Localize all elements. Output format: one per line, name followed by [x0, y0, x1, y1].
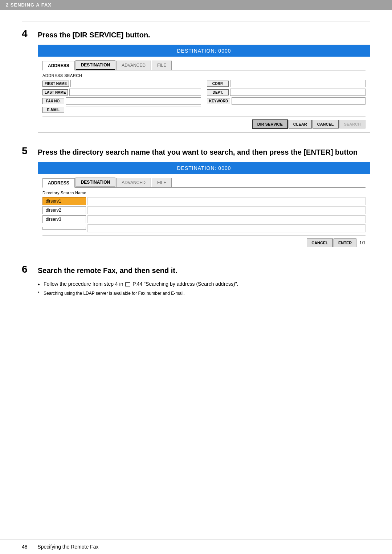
- dir-item-name-2[interactable]: dirserv2: [42, 206, 86, 214]
- book-icon-inline: [125, 282, 130, 286]
- step-5-section-label: Directory Search Name: [42, 191, 366, 195]
- step-4-right-fields: CORP. DEPT. KEYWORD: [207, 80, 366, 113]
- step-6-content: Follow the procedure from step 4 in P.44…: [38, 280, 370, 297]
- label-faxno: FAX NO.: [42, 98, 64, 104]
- step-5-panel-title: DESTINATION: 0000: [38, 162, 370, 174]
- step-5-header: 5 Press the directory search name that y…: [22, 146, 370, 157]
- step-6-title: Search the remote Fax, and then send it.: [38, 264, 177, 275]
- bullet-item-1: Follow the procedure from step 4 in P.44…: [38, 280, 370, 288]
- field-row-lastname: LAST NAME: [42, 89, 201, 96]
- dir-item-extra-3: [87, 215, 366, 223]
- field-row-corp: CORP.: [207, 80, 366, 87]
- step-5-title: Press the directory search name that you…: [38, 146, 358, 157]
- label-firstname: FIRST NAME: [42, 81, 69, 87]
- step-6-number: 6: [22, 264, 33, 274]
- pagination-5: 1/1: [359, 240, 366, 245]
- tab-file-4[interactable]: FILE: [152, 61, 172, 70]
- field-row-keyword: KEYWORD: [207, 97, 366, 105]
- step-5-tabs-row: ADDRESS DESTINATION ADVANCED FILE: [42, 178, 366, 188]
- dir-item-extra-1: [87, 197, 366, 205]
- field-row-firstname: FIRST NAME: [42, 80, 201, 87]
- content-area: 4 Press the [DIR SERVICE] button. DESTIN…: [0, 21, 392, 331]
- step-4-title: Press the [DIR SERVICE] button.: [38, 29, 150, 40]
- dir-item-2: dirserv2: [42, 206, 366, 214]
- step-6-header: 6 Search the remote Fax, and then send i…: [22, 264, 370, 275]
- field-row-dept: DEPT.: [207, 89, 366, 96]
- step-4-header: 4 Press the [DIR SERVICE] button.: [22, 29, 370, 40]
- step-4-button-row: DIR SERVICE CLEAR CANCEL SEARCH: [42, 116, 366, 129]
- step-5-block: 5 Press the directory search name that y…: [22, 146, 370, 251]
- header-bar: 2 SENDING A FAX: [0, 0, 392, 10]
- header-label: 2 SENDING A FAX: [6, 2, 52, 8]
- dir-item-1: dirserv1: [42, 197, 366, 205]
- step-5-button-row: CANCEL ENTER 1/1: [42, 235, 366, 247]
- step-5-dir-list: dirserv1 dirserv2 dirserv3: [42, 197, 366, 232]
- dir-item-extra-2: [87, 206, 366, 214]
- input-dept[interactable]: [230, 89, 366, 96]
- label-dept: DEPT.: [207, 89, 229, 95]
- step-4-panel: DESTINATION: 0000 ADDRESS DESTINATION AD…: [38, 45, 370, 133]
- dir-item-name-4[interactable]: [42, 227, 86, 230]
- label-lastname: LAST NAME: [42, 89, 68, 95]
- btn-search[interactable]: SEARCH: [339, 120, 366, 129]
- tab-destination-4[interactable]: DESTINATION: [75, 60, 115, 70]
- btn-cancel-4[interactable]: CANCEL: [313, 120, 339, 129]
- field-row-faxno: FAX NO.: [42, 97, 201, 105]
- step-5-panel: DESTINATION: 0000 ADDRESS DESTINATION AD…: [38, 162, 370, 251]
- step-4-tabs-row: ADDRESS DESTINATION ADVANCED FILE: [42, 60, 366, 70]
- btn-clear[interactable]: CLEAR: [289, 120, 312, 129]
- step-4-panel-body: ADDRESS DESTINATION ADVANCED FILE ADDRES…: [38, 57, 370, 133]
- dir-item-name-1[interactable]: dirserv1: [42, 197, 86, 205]
- footer-page-number: 48: [22, 544, 28, 550]
- dir-item-extra-4: [87, 224, 366, 232]
- input-lastname[interactable]: [69, 89, 201, 96]
- step-4-panel-title: DESTINATION: 0000: [38, 45, 370, 57]
- step-4-block: 4 Press the [DIR SERVICE] button. DESTIN…: [22, 29, 370, 133]
- tab-destination-5[interactable]: DESTINATION: [75, 178, 115, 187]
- tab-advanced-5[interactable]: ADVANCED: [116, 178, 151, 187]
- label-email: E-MAIL: [42, 107, 64, 113]
- btn-cancel-5[interactable]: CANCEL: [307, 239, 333, 247]
- step-6-bullets: Follow the procedure from step 4 in P.44…: [38, 280, 370, 297]
- step-4-section-label: ADDRESS SEARCH: [42, 73, 366, 78]
- tab-file-5[interactable]: FILE: [152, 178, 172, 187]
- input-keyword[interactable]: [232, 97, 366, 105]
- tab-address-4[interactable]: ADDRESS: [42, 61, 75, 70]
- footer-title: Specifying the Remote Fax: [35, 544, 99, 550]
- btn-dir-service[interactable]: DIR SERVICE: [252, 119, 288, 129]
- step-4-left-fields: FIRST NAME LAST NAME FAX NO. E-MAIL: [42, 80, 201, 113]
- dir-item-name-3[interactable]: dirserv3: [42, 215, 86, 223]
- label-keyword: KEYWORD: [207, 98, 230, 104]
- footer: 48 Specifying the Remote Fax: [0, 539, 392, 554]
- step-6-block: 6 Search the remote Fax, and then send i…: [22, 264, 370, 297]
- btn-enter[interactable]: ENTER: [334, 239, 356, 247]
- step-4-fields-grid: FIRST NAME LAST NAME FAX NO. E-MAIL: [42, 80, 366, 113]
- label-corp: CORP.: [207, 81, 229, 87]
- input-firstname[interactable]: [70, 80, 201, 87]
- input-corp[interactable]: [230, 80, 366, 87]
- step-5-number: 5: [22, 146, 33, 156]
- tab-address-5[interactable]: ADDRESS: [42, 178, 75, 188]
- field-row-email: E-MAIL: [42, 106, 201, 113]
- step-4-number: 4: [22, 29, 33, 39]
- step-5-panel-body: ADDRESS DESTINATION ADVANCED FILE Direct…: [38, 174, 370, 251]
- input-email[interactable]: [66, 106, 201, 113]
- dir-item-3: dirserv3: [42, 215, 366, 223]
- tab-advanced-4[interactable]: ADVANCED: [116, 61, 151, 70]
- input-faxno[interactable]: [66, 97, 201, 105]
- bullet-item-2: Searching using the LDAP server is avail…: [38, 290, 370, 297]
- dir-item-4: [42, 224, 366, 232]
